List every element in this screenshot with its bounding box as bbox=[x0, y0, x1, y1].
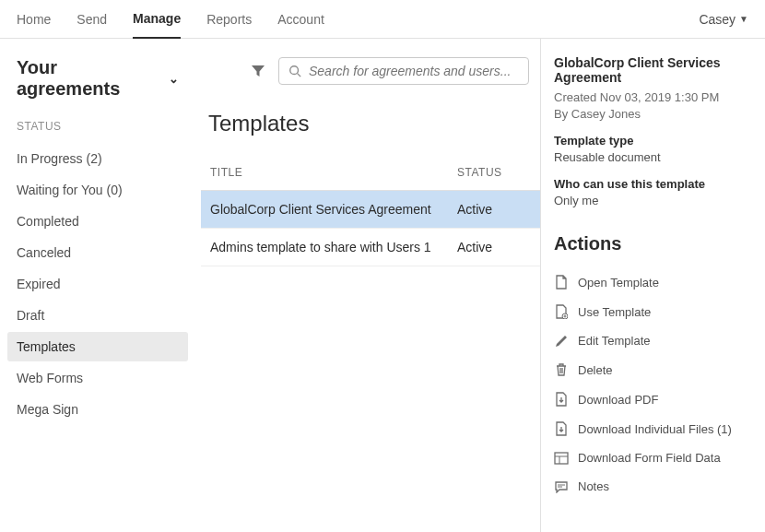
action-open-template[interactable]: Open Template bbox=[554, 267, 754, 297]
action-label: Open Template bbox=[578, 276, 659, 290]
action-label: Download Form Field Data bbox=[578, 451, 721, 465]
action-label: Use Template bbox=[578, 305, 651, 319]
row-status: Active bbox=[457, 240, 531, 254]
sidebar-item-mega-sign[interactable]: Mega Sign bbox=[7, 395, 188, 424]
sidebar-title-text: Your agreements bbox=[17, 57, 163, 100]
tab-account[interactable]: Account bbox=[277, 0, 324, 39]
main-area: Templates TITLE STATUS GlobalCorp Client… bbox=[195, 39, 540, 532]
download-form-icon bbox=[554, 452, 569, 465]
pencil-icon bbox=[554, 335, 569, 348]
action-download-pdf[interactable]: Download PDF bbox=[554, 384, 754, 414]
trash-icon bbox=[554, 362, 569, 377]
panel-who-label: Who can use this template bbox=[554, 177, 754, 191]
table-row[interactable]: Admins template to share with Users 1 Ac… bbox=[201, 229, 540, 266]
action-use-template[interactable]: Use Template bbox=[554, 297, 754, 326]
download-icon bbox=[554, 392, 569, 407]
user-menu[interactable]: Casey ▼ bbox=[699, 12, 748, 27]
svg-point-0 bbox=[290, 66, 299, 75]
document-icon bbox=[554, 275, 569, 290]
note-icon bbox=[554, 480, 569, 493]
row-title: Admins template to share with Users 1 bbox=[210, 240, 457, 254]
document-add-icon bbox=[554, 304, 569, 319]
svg-line-1 bbox=[298, 74, 301, 77]
action-label: Notes bbox=[578, 479, 609, 493]
chevron-down-icon: ⌄ bbox=[169, 72, 179, 86]
action-label: Download Individual Files (1) bbox=[578, 422, 732, 436]
panel-who-value: Only me bbox=[554, 194, 754, 207]
col-status-header: STATUS bbox=[457, 166, 531, 179]
action-delete[interactable]: Delete bbox=[554, 355, 754, 384]
search-input[interactable] bbox=[309, 64, 519, 78]
sidebar-item-in-progress[interactable]: In Progress (2) bbox=[7, 144, 188, 173]
toolbar bbox=[251, 57, 540, 85]
top-nav: Home Send Manage Reports Account Casey ▼ bbox=[0, 0, 765, 39]
table-row[interactable]: GlobalCorp Client Services Agreement Act… bbox=[201, 191, 540, 229]
tab-send[interactable]: Send bbox=[76, 0, 107, 39]
action-label: Edit Template bbox=[578, 334, 651, 348]
templates-table: TITLE STATUS GlobalCorp Client Services … bbox=[201, 155, 540, 266]
row-title: GlobalCorp Client Services Agreement bbox=[210, 202, 457, 217]
action-download-form-data[interactable]: Download Form Field Data bbox=[554, 443, 754, 472]
sidebar-title-dropdown[interactable]: Your agreements ⌄ bbox=[17, 57, 179, 100]
col-title-header: TITLE bbox=[210, 166, 457, 179]
download-files-icon bbox=[554, 421, 569, 436]
search-icon bbox=[288, 65, 301, 77]
sidebar-item-completed[interactable]: Completed bbox=[7, 207, 188, 236]
action-notes[interactable]: Notes bbox=[554, 472, 754, 501]
filter-icon[interactable] bbox=[251, 64, 265, 78]
search-box[interactable] bbox=[278, 57, 529, 85]
panel-created: Created Nov 03, 2019 1:30 PM bbox=[554, 90, 754, 104]
action-label: Delete bbox=[578, 363, 613, 377]
panel-type-value: Reusable document bbox=[554, 150, 754, 164]
page-heading: Templates bbox=[208, 111, 540, 136]
sidebar-item-draft[interactable]: Draft bbox=[7, 301, 188, 330]
sidebar-item-canceled[interactable]: Canceled bbox=[7, 238, 188, 267]
caret-down-icon: ▼ bbox=[739, 14, 748, 24]
action-label: Download PDF bbox=[578, 393, 658, 407]
action-edit-template[interactable]: Edit Template bbox=[554, 326, 754, 355]
svg-rect-3 bbox=[555, 453, 568, 464]
sidebar-item-templates[interactable]: Templates bbox=[7, 332, 188, 361]
table-header: TITLE STATUS bbox=[201, 155, 540, 191]
sidebar-item-waiting[interactable]: Waiting for You (0) bbox=[7, 175, 188, 205]
panel-title: GlobalCorp Client Services Agreement bbox=[554, 55, 754, 85]
user-name: Casey bbox=[699, 12, 736, 27]
panel-by: By Casey Jones bbox=[554, 107, 754, 121]
actions-heading: Actions bbox=[554, 233, 754, 254]
tab-manage[interactable]: Manage bbox=[133, 0, 181, 39]
details-panel: GlobalCorp Client Services Agreement Cre… bbox=[540, 39, 765, 532]
panel-type-label: Template type bbox=[554, 134, 754, 148]
sidebar-item-web-forms[interactable]: Web Forms bbox=[7, 363, 188, 393]
sidebar-section-label: STATUS bbox=[17, 120, 179, 133]
action-download-files[interactable]: Download Individual Files (1) bbox=[554, 414, 754, 443]
sidebar: Your agreements ⌄ STATUS In Progress (2)… bbox=[0, 39, 195, 532]
row-status: Active bbox=[457, 202, 531, 217]
tab-reports[interactable]: Reports bbox=[206, 0, 252, 39]
sidebar-item-expired[interactable]: Expired bbox=[7, 269, 188, 299]
tab-home[interactable]: Home bbox=[17, 0, 51, 39]
